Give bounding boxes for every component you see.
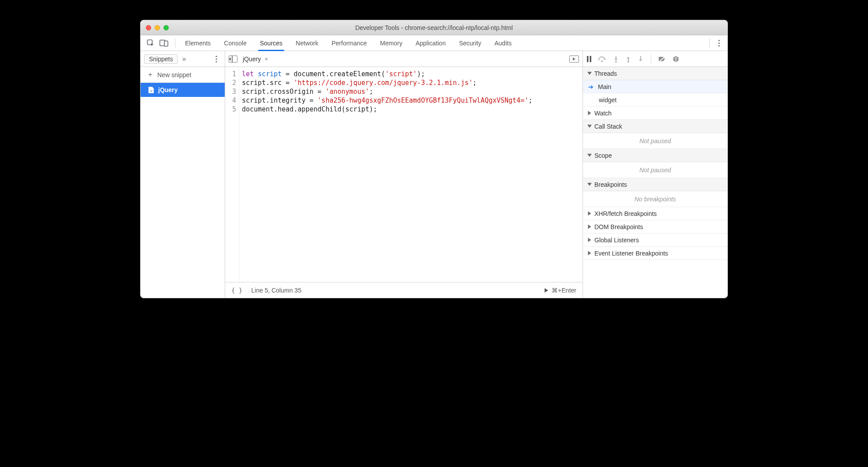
pause-on-exceptions-icon[interactable] [672,56,679,63]
devtools-window: Developer Tools - chrome-search://local-… [140,20,728,298]
snippet-file-icon [148,87,154,93]
disclosure-triangle-icon [588,211,591,216]
disclosure-triangle-icon [588,238,591,242]
svg-point-5 [718,45,720,46]
zoom-window-icon[interactable] [163,25,169,30]
svg-point-11 [601,60,603,62]
disclosure-triangle-icon [588,111,591,115]
svg-rect-15 [675,57,676,59]
disclosure-triangle-icon [588,225,591,229]
panel-tab-sources[interactable]: Sources [258,35,284,51]
run-shortcut[interactable]: ⌘+Enter [545,287,576,294]
code-editor[interactable]: 12345 let script = document.createElemen… [225,67,582,282]
svg-rect-16 [675,60,676,61]
section-breakpoints[interactable]: Breakpoints [583,178,727,191]
panel-tab-memory[interactable]: Memory [378,35,404,51]
play-icon [545,288,548,293]
panel-tab-network[interactable]: Network [294,35,320,51]
thread-row[interactable]: widget [583,93,727,107]
panel-tab-security[interactable]: Security [457,35,483,51]
device-toolbar-icon[interactable] [158,37,170,49]
more-tabs-icon[interactable]: » [182,55,186,63]
window-title: Developer Tools - chrome-search://local-… [141,24,727,31]
editor-tab-label: jQuery [243,56,261,63]
editor-pane: jQuery × 12345 let script = document.cre… [225,51,583,298]
thread-label: widget [599,96,616,104]
panel-tab-console[interactable]: Console [222,35,248,51]
debugger-toolbar [583,51,727,67]
svg-point-8 [215,61,217,62]
section-label: Watch [594,110,612,117]
svg-point-12 [615,61,617,63]
step-over-icon[interactable] [598,56,607,62]
section-label: Scope [594,152,612,159]
deactivate-breakpoints-icon[interactable] [658,56,666,62]
editor-footer: { } Line 5, Column 35 ⌘+Enter [225,282,582,298]
line-gutter: 12345 [225,67,239,282]
svg-point-13 [627,61,629,63]
callstack-placeholder: Not paused [583,133,727,149]
navigator-pane: Snippets » ＋ New snippet jQuery [141,51,225,298]
new-snippet-button[interactable]: ＋ New snippet [141,67,225,83]
panel-tab-audits[interactable]: Audits [493,35,513,51]
svg-rect-9 [587,56,589,62]
panel-tab-performance[interactable]: Performance [330,35,368,51]
inspect-element-icon[interactable] [145,37,156,49]
navigator-header: Snippets » [141,51,225,67]
svg-point-6 [215,56,217,57]
code-area[interactable]: let script = document.createElement('scr… [239,67,537,282]
disclosure-triangle-icon [587,72,592,75]
section-label: DOM Breakpoints [594,223,643,230]
section-label: Call Stack [594,123,622,130]
panel-tab-application[interactable]: Application [414,35,448,51]
close-window-icon[interactable] [146,25,151,30]
separator [651,55,651,63]
pretty-print-icon[interactable]: { } [231,287,242,294]
section-dom-breakpoints[interactable]: DOM Breakpoints [583,220,727,234]
section-xhr-breakpoints[interactable]: XHR/fetch Breakpoints [583,207,727,220]
step-into-icon[interactable] [613,56,619,63]
debugger-pane: Threads ➔Main widget Watch Call Stack No… [583,51,727,298]
section-scope[interactable]: Scope [583,149,727,162]
step-out-icon[interactable] [625,56,631,63]
toggle-navigator-icon[interactable] [229,56,237,63]
main-area: Snippets » ＋ New snippet jQuery jQu [141,51,727,298]
section-label: Global Listeners [594,237,639,244]
traffic-lights [141,25,169,30]
section-label: Event Listener Breakpoints [594,250,668,257]
titlebar: Developer Tools - chrome-search://local-… [141,20,727,35]
panel-tab-elements[interactable]: Elements [183,35,212,51]
section-call-stack[interactable]: Call Stack [583,120,727,133]
svg-rect-10 [590,56,592,62]
section-global-listeners[interactable]: Global Listeners [583,234,727,247]
panel-tabstrip: ElementsConsoleSourcesNetworkPerformance… [141,35,727,51]
step-icon[interactable] [638,56,644,63]
disclosure-triangle-icon [587,125,592,128]
navigator-more-icon[interactable] [211,53,222,65]
close-tab-icon[interactable]: × [264,56,268,63]
pause-icon[interactable] [586,56,592,62]
new-snippet-label: New snippet [157,71,191,78]
more-options-icon[interactable] [713,37,725,49]
disclosure-triangle-icon [588,251,591,256]
run-snippet-icon[interactable] [569,56,579,63]
editor-tabbar: jQuery × [225,51,582,67]
current-thread-icon: ➔ [588,83,594,90]
section-threads[interactable]: Threads [583,67,727,80]
navigator-tab-snippets[interactable]: Snippets [144,54,178,64]
minimize-window-icon[interactable] [155,25,160,30]
snippet-item[interactable]: jQuery [141,83,225,97]
breakpoints-placeholder: No breakpoints [583,191,727,207]
section-event-listener-breakpoints[interactable]: Event Listener Breakpoints [583,247,727,260]
cursor-position: Line 5, Column 35 [251,287,301,294]
svg-rect-2 [164,41,168,46]
editor-tab[interactable]: jQuery × [243,56,272,63]
scope-placeholder: Not paused [583,162,727,178]
svg-point-7 [215,58,217,59]
disclosure-triangle-icon [587,183,592,186]
section-watch[interactable]: Watch [583,107,727,120]
separator [709,38,710,48]
thread-row[interactable]: ➔Main [583,80,727,93]
section-label: XHR/fetch Breakpoints [594,210,657,217]
run-shortcut-label: ⌘+Enter [552,287,576,294]
